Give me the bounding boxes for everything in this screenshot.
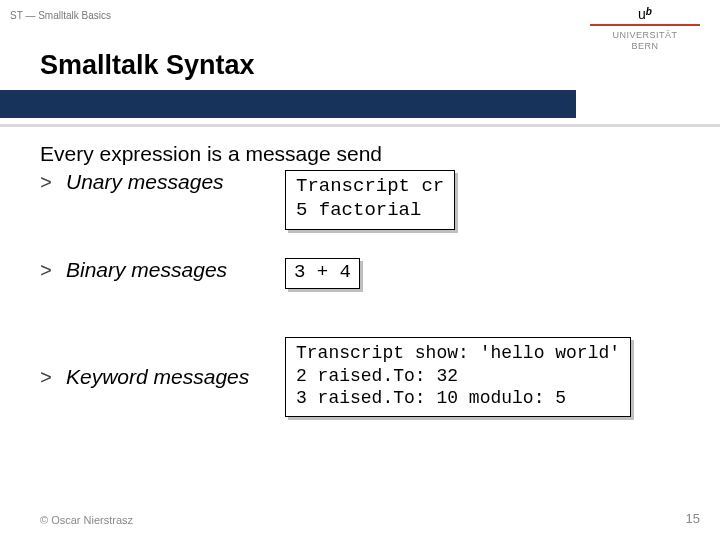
chevron-right-icon: >	[40, 172, 52, 195]
breadcrumb: ST — Smalltalk Basics	[10, 10, 111, 21]
title-accent-bar	[0, 90, 576, 118]
bullet-label: Keyword messages	[66, 365, 249, 389]
code-keyword: Transcript show: 'hello world' 2 raised.…	[285, 337, 631, 417]
logo-text-2: BERN	[590, 41, 700, 52]
bullet-label: Unary messages	[66, 170, 224, 194]
chevron-right-icon: >	[40, 367, 52, 390]
university-logo: ub UNIVERSITÄT BERN	[590, 6, 700, 52]
logo-mark: ub	[590, 6, 700, 22]
footer-copyright: © Oscar Nierstrasz	[40, 514, 133, 526]
logo-text-1: UNIVERSITÄT	[590, 30, 700, 41]
bullet-binary: > Binary messages	[40, 258, 285, 283]
page-title: Smalltalk Syntax	[40, 50, 255, 81]
chevron-right-icon: >	[40, 260, 52, 283]
code-binary: 3 + 4	[285, 258, 360, 290]
lead-text: Every expression is a message send	[40, 142, 680, 166]
logo-divider	[590, 24, 700, 26]
bullet-unary: > Unary messages	[40, 170, 285, 195]
logo-b: b	[646, 6, 652, 17]
list-item: > Unary messages Transcript cr 5 factori…	[40, 170, 680, 230]
bullet-label: Binary messages	[66, 258, 227, 282]
slide: ST — Smalltalk Basics Smalltalk Syntax u…	[0, 0, 720, 540]
divider	[0, 124, 720, 127]
page-number: 15	[686, 511, 700, 526]
code-unary: Transcript cr 5 factorial	[285, 170, 455, 230]
bullet-keyword: > Keyword messages	[40, 365, 285, 390]
content-body: Every expression is a message send > Una…	[40, 142, 680, 417]
list-item: > Keyword messages Transcript show: 'hel…	[40, 337, 680, 417]
logo-u: u	[638, 6, 646, 22]
list-item: > Binary messages 3 + 4	[40, 258, 680, 290]
